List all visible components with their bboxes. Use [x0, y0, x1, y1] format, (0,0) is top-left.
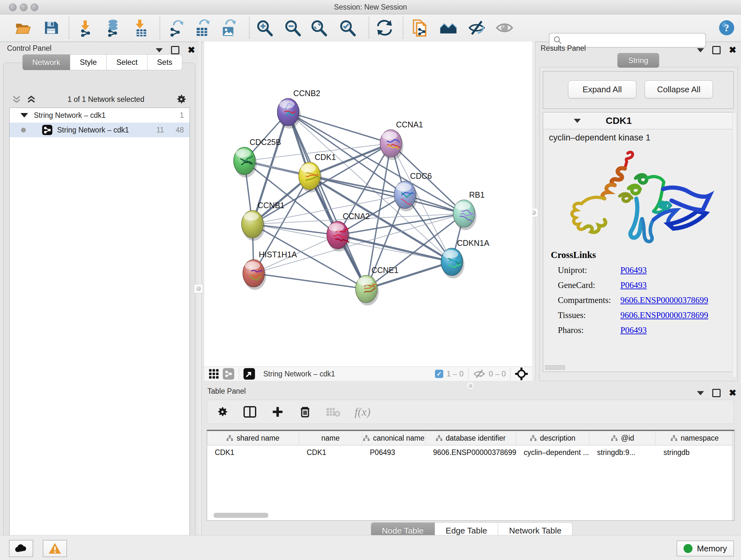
warning-icon [48, 543, 62, 555]
node-CCNB1[interactable]: CCNB1 [242, 201, 285, 241]
tab-style[interactable]: Style [70, 54, 107, 70]
network-node-count: 11 [156, 126, 164, 134]
column-header-shared-name[interactable]: shared name [207, 431, 299, 445]
hide-results-eye-icon[interactable] [468, 19, 486, 37]
edge-CCNB2-RB1 [288, 112, 464, 213]
warning-button[interactable] [43, 540, 67, 557]
table-panel-float-icon[interactable] [712, 389, 721, 397]
refresh-layout-icon[interactable] [376, 19, 394, 37]
selected-checkbox[interactable]: ✓ [435, 370, 443, 378]
cell--id[interactable]: stringdb:9... [590, 445, 656, 459]
protein-collapse-icon[interactable] [574, 119, 581, 123]
collapse-all-icon[interactable] [11, 94, 22, 105]
string-home-icon[interactable] [440, 19, 457, 37]
detach-view-icon[interactable] [244, 368, 255, 380]
column-header-name[interactable]: name [299, 431, 362, 445]
crosslink-link[interactable]: 9606.ENSP00000378699 [620, 295, 708, 305]
network-collection-row[interactable]: String Network – cdk1 1 [10, 108, 190, 123]
crosslink-label: Pharos: [551, 325, 620, 335]
collapse-all-button[interactable]: Collapse All [645, 80, 713, 98]
crosslink-link[interactable]: 9606.ENSP00000378699 [620, 310, 708, 320]
crosslink-link[interactable]: P06493 [620, 325, 647, 335]
cell-namespace[interactable]: stringdb [656, 445, 734, 459]
table-panel-close-icon[interactable]: ✖ [729, 390, 736, 396]
cloud-button[interactable] [9, 540, 33, 557]
grid-view-icon[interactable] [208, 368, 219, 380]
node-CDKN1A[interactable]: CDKN1A [441, 239, 489, 278]
control-panel-float-icon[interactable] [171, 46, 179, 54]
tab-select[interactable]: Select [107, 54, 147, 70]
control-panel-close-icon[interactable]: ✖ [188, 47, 195, 53]
node-CCNA2[interactable]: CCNA2 [327, 212, 370, 252]
cell-database-identifier[interactable]: 9606.ENSP00000378699 [425, 445, 516, 459]
network-overview-icon[interactable] [223, 368, 234, 380]
tab-network[interactable]: Network [22, 54, 70, 70]
node-CCNB2[interactable]: CCNB2 [277, 89, 320, 129]
results-panel-menu-icon[interactable] [697, 48, 704, 52]
cell-name[interactable]: CDK1 [299, 445, 362, 459]
crosslink-link[interactable]: P06493 [620, 265, 647, 275]
collection-expand-icon[interactable] [20, 113, 28, 118]
tab-string[interactable]: String [617, 53, 659, 68]
node-RB1[interactable]: RB1 [453, 190, 485, 230]
show-results-eye-icon[interactable] [495, 19, 514, 37]
network-view-canvas[interactable]: CCNB2CCNA1CDC25BCDK1CDC6RB1CCNB1CCNA2CDK… [204, 42, 532, 367]
results-panel-float-icon[interactable] [712, 46, 721, 54]
table-panel-menu-icon[interactable] [697, 391, 704, 395]
export-table-icon[interactable] [193, 19, 211, 37]
table-gear-icon[interactable] [216, 406, 229, 418]
cell-canonical-name[interactable]: P06493 [362, 445, 425, 459]
hidden-counts: 0 – 0 [489, 369, 506, 378]
cell-shared-name[interactable]: CDK1 [207, 445, 299, 459]
column-header-namespace[interactable]: namespace [656, 431, 734, 445]
node-table-grid[interactable]: shared namenamecanonical namedatabase id… [207, 430, 735, 521]
tab-sets[interactable]: Sets [147, 54, 182, 70]
protein-box-hscroll-thumb[interactable] [545, 365, 565, 370]
gear-icon[interactable] [175, 93, 187, 105]
node-label-CCNB2: CCNB2 [293, 89, 320, 98]
zoom-in-icon[interactable] [255, 19, 273, 37]
delete-column-icon[interactable] [298, 405, 312, 419]
results-scrollbar-track[interactable] [732, 112, 737, 378]
results-panel-close-icon[interactable]: ✖ [729, 47, 736, 53]
control-panel-tabs: Network Style Select Sets [22, 54, 182, 70]
column-header-canonical-name[interactable]: canonical name [362, 431, 425, 445]
expand-all-button[interactable]: Expand All [568, 80, 636, 98]
import-network-file-icon[interactable] [78, 19, 96, 37]
split-columns-icon[interactable] [243, 405, 257, 419]
expand-all-icon[interactable] [26, 94, 37, 105]
share-document-icon[interactable] [411, 19, 429, 37]
network-view-toolbar: String Network – cdk1 ✓ 1 – 0 0 – 0 [204, 367, 532, 381]
protein-structure-image [556, 147, 722, 246]
pan-crosshair-icon[interactable] [515, 368, 528, 380]
protein-description: cyclin–dependent kinase 1 [549, 133, 729, 143]
zoom-out-icon[interactable] [283, 19, 301, 37]
add-column-icon[interactable] [271, 405, 284, 419]
table-vscroll-track[interactable] [732, 431, 734, 520]
cell-description[interactable]: cyclin–dependent ... [516, 445, 590, 459]
table-row[interactable]: CDK1CDK1P064939606.ENSP00000378699cyclin… [207, 445, 734, 459]
node-CCNE1[interactable]: CCNE1 [355, 266, 399, 306]
export-network-icon[interactable] [167, 19, 185, 37]
network-row[interactable]: String Network – cdk1 11 48 [10, 123, 190, 137]
node-label-CCNE1: CCNE1 [372, 266, 399, 274]
export-image-icon[interactable] [219, 19, 238, 37]
open-session-icon[interactable] [14, 19, 32, 37]
protein-header[interactable]: CDK1 [543, 112, 733, 129]
column-header--id[interactable]: @id [590, 431, 656, 445]
control-panel-menu-icon[interactable] [156, 48, 163, 52]
crosslink-link[interactable]: P06493 [620, 280, 647, 290]
column-header-database-identifier[interactable]: database identifier [425, 431, 516, 445]
table-hscroll-thumb[interactable] [213, 513, 268, 518]
help-icon[interactable]: ? [718, 19, 735, 36]
import-network-database-icon[interactable] [104, 19, 122, 37]
toolbar-separator [403, 17, 403, 39]
save-session-icon[interactable] [42, 19, 60, 37]
zoom-selected-icon[interactable] [338, 19, 356, 37]
column-header-description[interactable]: description [516, 431, 590, 445]
memory-button[interactable]: Memory [677, 541, 734, 557]
left-split-handle[interactable] [194, 284, 203, 293]
zoom-fit-icon[interactable] [310, 19, 327, 37]
node-HIST1H1A[interactable]: HIST1H1A [243, 250, 297, 290]
import-table-icon[interactable] [132, 19, 150, 37]
